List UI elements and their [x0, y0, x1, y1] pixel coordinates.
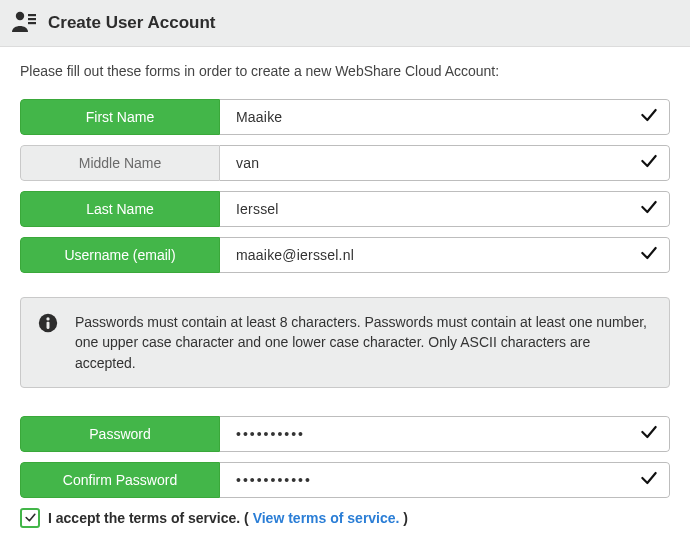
first-name-label: First Name — [20, 99, 220, 135]
first-name-input[interactable]: Maaike — [220, 99, 670, 135]
dialog-content: Please fill out these forms in order to … — [0, 47, 690, 536]
first-name-value: Maaike — [236, 100, 639, 134]
intro-text: Please fill out these forms in order to … — [20, 63, 670, 79]
username-input[interactable]: maaike@ierssel.nl — [220, 237, 670, 273]
last-name-value: Ierssel — [236, 192, 639, 226]
dialog-title: Create User Account — [48, 13, 216, 33]
svg-rect-6 — [47, 322, 50, 329]
middle-name-value: van — [236, 146, 639, 180]
password-info-box: Passwords must contain at least 8 charac… — [20, 297, 670, 388]
username-row: Username (email) maaike@ierssel.nl — [20, 237, 670, 273]
svg-point-0 — [16, 12, 24, 20]
user-add-icon — [12, 10, 36, 36]
terms-suffix: ) — [399, 510, 408, 526]
terms-prefix: I accept the terms of service. ( — [48, 510, 253, 526]
password-info-text: Passwords must contain at least 8 charac… — [75, 312, 653, 373]
last-name-row: Last Name Ierssel — [20, 191, 670, 227]
middle-name-label: Middle Name — [20, 145, 220, 181]
username-label: Username (email) — [20, 237, 220, 273]
password-row: Password •••••••••• — [20, 416, 670, 452]
valid-check-icon — [639, 151, 659, 175]
svg-point-5 — [46, 317, 49, 320]
dialog-header: Create User Account — [0, 0, 690, 47]
confirm-password-input[interactable]: ••••••••••• — [220, 462, 670, 498]
terms-link[interactable]: View terms of service. — [253, 510, 400, 526]
valid-check-icon — [639, 243, 659, 267]
svg-rect-2 — [28, 18, 36, 20]
confirm-password-row: Confirm Password ••••••••••• — [20, 462, 670, 498]
confirm-password-value: ••••••••••• — [236, 463, 639, 497]
middle-name-row: Middle Name van — [20, 145, 670, 181]
terms-checkbox[interactable] — [20, 508, 40, 528]
password-input[interactable]: •••••••••• — [220, 416, 670, 452]
last-name-label: Last Name — [20, 191, 220, 227]
valid-check-icon — [639, 422, 659, 446]
terms-row: I accept the terms of service. ( View te… — [20, 508, 670, 528]
valid-check-icon — [639, 197, 659, 221]
last-name-input[interactable]: Ierssel — [220, 191, 670, 227]
first-name-row: First Name Maaike — [20, 99, 670, 135]
valid-check-icon — [639, 468, 659, 492]
svg-rect-1 — [28, 14, 36, 16]
middle-name-input[interactable]: van — [220, 145, 670, 181]
confirm-password-label: Confirm Password — [20, 462, 220, 498]
password-label: Password — [20, 416, 220, 452]
username-value: maaike@ierssel.nl — [236, 238, 639, 272]
terms-text: I accept the terms of service. ( View te… — [48, 510, 408, 526]
info-icon — [37, 312, 59, 338]
password-value: •••••••••• — [236, 417, 639, 451]
valid-check-icon — [639, 105, 659, 129]
svg-rect-3 — [28, 22, 36, 24]
